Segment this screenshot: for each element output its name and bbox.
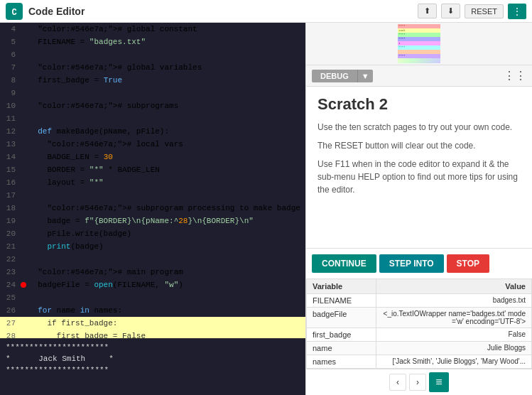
variables-table: Variable Value FILENAMEbadges.txtbadgeFi… [306, 278, 532, 369]
right-panel: **** Jack **** **** J **** **** DEBUG ▼ … [305, 23, 532, 395]
code-line: 6 [0, 48, 305, 61]
variable-row: FILENAMEbadges.txt [307, 294, 532, 308]
breakpoint-dot [20, 151, 27, 163]
breakpoint-dot [20, 163, 27, 176]
step-into-button[interactable]: STEP INTO [379, 254, 444, 273]
variable-value: False [376, 328, 532, 342]
prev-page-button[interactable]: ‹ [389, 374, 406, 391]
upload-button[interactable]: ⬆ [418, 4, 437, 18]
code-line: 5 FILENAME = "badges.txt" [0, 36, 305, 48]
line-code: BORDER = "*" * BADGE_LEN [27, 163, 305, 176]
line-number: 24 [0, 278, 20, 291]
menu-button[interactable]: ⋮ [508, 4, 526, 19]
breakpoint-dot [20, 36, 27, 48]
stop-button[interactable]: STOP [447, 254, 489, 273]
breakpoint-dot [20, 125, 27, 138]
scratch-title: Scratch 2 [317, 95, 521, 114]
svg-text:C: C [11, 8, 16, 18]
code-line: 28 first_badge = False [0, 330, 305, 338]
code-line: 19 badge = f"{BORDER}\n{pName:^28}\n{BOR… [0, 215, 305, 227]
download-button[interactable]: ⬇ [441, 4, 460, 18]
line-code: "color:#546e7a;"># local vars [27, 138, 305, 151]
breakpoint-dot [20, 317, 27, 330]
code-line: 8 first_badge = True [0, 74, 305, 87]
line-code: BADGE_LEN = 30 [27, 151, 305, 163]
line-number: 13 [0, 138, 20, 151]
breakpoint-dot [20, 61, 27, 74]
code-line: 26 for name in names: [0, 304, 305, 317]
variable-name: names [307, 355, 376, 369]
line-code: def makeBadge(pName, pFile): [27, 125, 305, 138]
pagination: ‹ › ≡ [306, 369, 532, 395]
debug-panel-menu-icon[interactable]: ⋮⋮ [504, 69, 526, 83]
code-line: 16 layout = "*" [0, 176, 305, 189]
line-number: 27 [0, 317, 20, 330]
reset-button[interactable]: RESET [465, 4, 504, 18]
breakpoint-dot [20, 215, 27, 227]
next-page-button[interactable]: › [409, 374, 426, 391]
line-number: 11 [0, 112, 20, 125]
line-code [27, 253, 305, 266]
action-buttons: CONTINUE STEP INTO STOP [306, 248, 532, 278]
code-line: 22 [0, 253, 305, 266]
code-line: 9 [0, 87, 305, 99]
breakpoint-dot [20, 304, 27, 317]
app-logo-icon: C [6, 3, 23, 20]
code-line: 15 BORDER = "*" * BADGE_LEN [0, 163, 305, 176]
breakpoint-dot [20, 227, 27, 240]
line-number: 7 [0, 61, 20, 74]
line-code: for name in names: [27, 304, 305, 317]
line-code: "color:#546e7a;"># global variables [27, 61, 305, 74]
debug-button[interactable]: DEBUG [312, 70, 357, 82]
breakpoint-dot [20, 99, 27, 112]
output-line-3: ********************** [6, 364, 300, 376]
code-line: 10 "color:#546e7a;"># subprograms [0, 99, 305, 112]
info-text-3: Use F11 when in the code editor to expan… [317, 158, 521, 196]
output-line-1: ********************** [6, 342, 300, 353]
line-number: 5 [0, 36, 20, 48]
pagination-menu-button[interactable]: ≡ [429, 372, 449, 392]
line-code [27, 112, 305, 125]
line-number: 16 [0, 176, 20, 189]
col-value-header: Value [376, 279, 532, 294]
line-code: "color:#546e7a;"># main program [27, 266, 305, 278]
code-line: 20 pFile.write(badge) [0, 227, 305, 240]
line-code [27, 189, 305, 202]
code-line: 21 print(badge) [0, 240, 305, 253]
line-code [27, 87, 305, 99]
debug-dropdown-button[interactable]: ▼ [357, 70, 373, 82]
output-line-2: * Jack Smith * [6, 353, 300, 364]
code-line: 4 "color:#546e7a;"># global constant [0, 23, 305, 36]
line-number: 12 [0, 125, 20, 138]
line-code: "color:#546e7a;"># subprograms [27, 99, 305, 112]
line-number: 8 [0, 74, 20, 87]
breakpoint-dot [20, 74, 27, 87]
line-number: 26 [0, 304, 20, 317]
code-area[interactable]: 4 "color:#546e7a;"># global constant5 FI… [0, 23, 305, 338]
line-code: first_badge = True [27, 74, 305, 87]
col-variable-header: Variable [307, 279, 376, 294]
line-number: 4 [0, 23, 20, 36]
breakpoint-dot [20, 240, 27, 253]
line-code: "color:#546e7a;"># subprogram processing… [27, 202, 305, 215]
line-number: 28 [0, 330, 20, 338]
variable-value: <_io.TextIOWrapper name='badges.txt' mod… [376, 308, 532, 328]
info-text-2: The RESET button will clear out the code… [317, 139, 521, 152]
line-number: 25 [0, 291, 20, 304]
code-line: 17 [0, 189, 305, 202]
thumbnail-image: **** Jack **** **** J **** **** [398, 24, 440, 63]
breakpoint-dot [20, 278, 27, 291]
code-line: 27 if first_badge: [0, 317, 305, 330]
variable-value: ['Jack Smith', 'Julie Bloggs', 'Mary Woo… [376, 355, 532, 369]
breakpoint-dot [20, 176, 27, 189]
code-line: 25 [0, 291, 305, 304]
breakpoint-dot [20, 23, 27, 36]
line-code: layout = "*" [27, 176, 305, 189]
line-number: 21 [0, 240, 20, 253]
variable-row: first_badgeFalse [307, 328, 532, 342]
continue-button[interactable]: CONTINUE [312, 254, 376, 273]
line-number: 22 [0, 253, 20, 266]
breakpoint-dot [20, 87, 27, 99]
line-code: badge = f"{BORDER}\n{pName:^28}\n{BORDER… [27, 215, 305, 227]
code-line: 14 BADGE_LEN = 30 [0, 151, 305, 163]
